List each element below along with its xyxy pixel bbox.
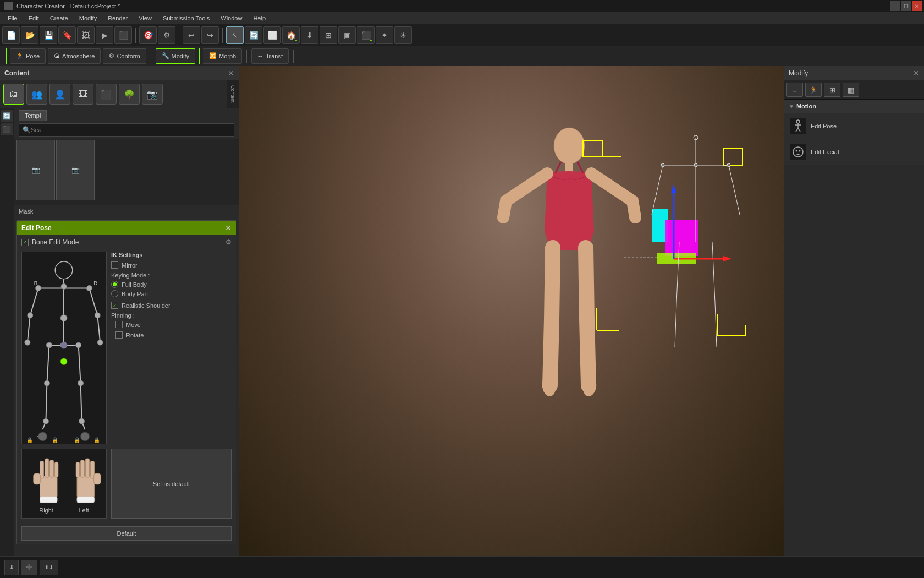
svg-point-20 xyxy=(95,313,100,318)
svg-rect-57 xyxy=(77,497,95,503)
image-button[interactable]: 🖼 xyxy=(77,26,95,44)
left-icon-2[interactable]: ⬛ xyxy=(1,123,13,135)
content-tab-people[interactable]: 👥 xyxy=(26,84,47,105)
minimize-button[interactable]: — xyxy=(890,1,900,11)
atmosphere-button[interactable]: 🌤 Atmosphere xyxy=(48,48,101,64)
conform-button[interactable]: ⚙ Conform xyxy=(103,48,146,64)
rotate-view-button[interactable]: 🔄 xyxy=(245,26,262,44)
down-button[interactable]: ⬇ xyxy=(301,26,318,44)
undo-button[interactable]: ↩ xyxy=(183,26,200,44)
set-as-default-button[interactable]: Set as default xyxy=(111,449,232,519)
content-tab-camera[interactable]: 📷 xyxy=(142,84,163,105)
r-tab-person[interactable]: 🏃 xyxy=(805,83,822,97)
default-button[interactable]: Default xyxy=(21,526,232,541)
menubar: File Edit Create Modify Render View Subm… xyxy=(0,12,924,24)
mirror-checkbox[interactable] xyxy=(111,261,118,269)
save-button[interactable]: 💾 xyxy=(40,26,57,44)
titlebar-controls[interactable]: — ☐ ✕ xyxy=(890,1,922,11)
toolbar-separator-1 xyxy=(135,28,136,43)
scale-button[interactable]: ⬜ xyxy=(263,26,281,44)
pinning-checkboxes: Move Rotate xyxy=(116,321,232,339)
menu-window[interactable]: Window xyxy=(215,14,248,23)
content-panel-header: Content ✕ xyxy=(0,66,239,80)
right-panel-close-button[interactable]: ✕ xyxy=(913,69,920,78)
morph-button[interactable]: 🔀 Morph xyxy=(203,48,242,64)
menu-modify[interactable]: Modify xyxy=(74,14,102,23)
full-body-label: Full Body xyxy=(122,281,147,288)
menu-file[interactable]: File xyxy=(2,14,23,23)
thumbnail-item-1[interactable]: 📷 xyxy=(16,140,55,200)
redo-button[interactable]: ↪ xyxy=(201,26,219,44)
gear-icon[interactable]: ⚙ xyxy=(226,238,232,246)
left-icon-1[interactable]: 🔄 xyxy=(1,110,13,122)
mask-label: Mask xyxy=(19,208,33,215)
content-tab-image[interactable]: 🖼 xyxy=(73,84,94,105)
body-part-radio[interactable] xyxy=(111,290,118,297)
gizmo-upper-left xyxy=(580,138,624,182)
svg-point-90 xyxy=(694,163,697,167)
full-body-radio[interactable] xyxy=(111,281,118,288)
mask-item[interactable]: Mask xyxy=(16,207,237,216)
status-down-button[interactable]: ⬇ xyxy=(4,560,19,575)
content-tab-tree[interactable]: 🌳 xyxy=(119,84,140,105)
content-close-button[interactable]: ✕ xyxy=(228,69,234,78)
template-tab[interactable]: Templ xyxy=(19,110,47,121)
edit-facial-motion-item[interactable]: Edit Facial xyxy=(784,139,924,165)
view-button[interactable]: ▣ xyxy=(338,26,356,44)
hands-area: Right Left Set as default xyxy=(17,449,236,523)
svg-line-83 xyxy=(652,165,663,215)
modify-button[interactable]: 🔧 Modify xyxy=(156,48,195,64)
status-add-button[interactable]: ➕ xyxy=(21,560,37,575)
rotate-label: Rotate xyxy=(126,332,144,339)
toolbar-separator-2 xyxy=(179,28,179,43)
search-input[interactable] xyxy=(31,127,230,133)
record-button[interactable]: ⬛ xyxy=(114,26,132,44)
open-button[interactable]: 📂 xyxy=(21,26,38,44)
r-tab-filter[interactable]: ≡ xyxy=(787,83,803,97)
statusbar: ⬇ ➕ ⬆⬇ xyxy=(0,556,924,578)
select-button[interactable]: ↖ xyxy=(226,26,244,44)
transf-button[interactable]: ↔ Transf xyxy=(251,48,289,64)
r-tab-grid[interactable]: ⊞ xyxy=(824,83,840,97)
home-button[interactable]: 🏠▼ xyxy=(282,26,300,44)
maximize-button[interactable]: ☐ xyxy=(901,1,911,11)
menu-view[interactable]: View xyxy=(133,14,157,23)
viewport[interactable] xyxy=(239,66,784,556)
move-checkbox[interactable] xyxy=(116,321,123,328)
atmosphere-icon: 🌤 xyxy=(54,53,60,59)
action-separator-1 xyxy=(151,50,151,63)
status-updown-button[interactable]: ⬆⬇ xyxy=(40,560,58,575)
light-button[interactable]: ✦ xyxy=(376,26,393,44)
pose-button[interactable]: 🏃 Pose xyxy=(10,48,46,64)
menu-submission-tools[interactable]: Submission Tools xyxy=(157,14,215,23)
realistic-shoulder-checkbox[interactable] xyxy=(111,302,118,309)
box-button[interactable]: ⬛▼ xyxy=(357,26,375,44)
r-tab-checker[interactable]: ▦ xyxy=(843,83,859,97)
target-button[interactable]: 🎯 xyxy=(139,26,157,44)
content-tab-person[interactable]: 👤 xyxy=(50,84,70,105)
close-button[interactable]: ✕ xyxy=(912,1,922,11)
thumbnail-item-2[interactable]: 📷 xyxy=(56,140,95,200)
app-title: Character Creator - Default.ccProject * xyxy=(16,3,120,9)
search-bar[interactable]: 🔍 xyxy=(19,123,234,137)
motion-collapse-icon[interactable]: ▼ xyxy=(789,103,794,110)
settings-button[interactable]: ⚙ xyxy=(158,26,175,44)
menu-edit[interactable]: Edit xyxy=(23,14,45,23)
new-file-button[interactable]: 📄 xyxy=(2,26,20,44)
edit-pose-motion-item[interactable]: Edit Pose xyxy=(784,113,924,139)
rotate-checkbox[interactable] xyxy=(116,331,123,339)
edit-pose-close-button[interactable]: ✕ xyxy=(225,223,232,232)
morph-icon: 🔀 xyxy=(209,52,217,59)
svg-point-18 xyxy=(86,285,92,291)
bone-edit-mode-checkbox[interactable] xyxy=(21,239,29,246)
menu-render[interactable]: Render xyxy=(102,14,133,23)
play-button[interactable]: ▶ xyxy=(96,26,113,44)
menu-help[interactable]: Help xyxy=(248,14,271,23)
menu-create[interactable]: Create xyxy=(45,14,74,23)
svg-rect-55 xyxy=(76,462,79,477)
content-tab-folder[interactable]: 🗂 xyxy=(3,84,24,105)
bookmark-button[interactable]: 🔖 xyxy=(58,26,76,44)
sun-button[interactable]: ☀ xyxy=(394,26,412,44)
content-tab-box[interactable]: ⬛ xyxy=(96,84,117,105)
grid-button[interactable]: ⊞ xyxy=(320,26,337,44)
